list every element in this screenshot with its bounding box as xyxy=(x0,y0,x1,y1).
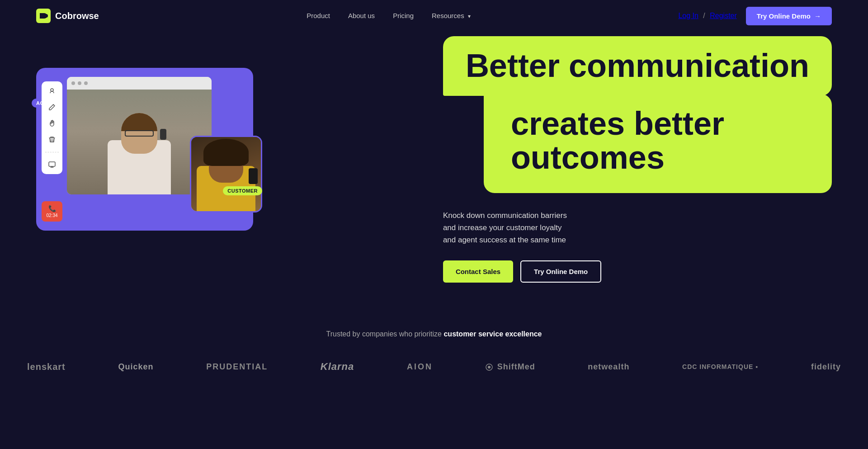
logo-fidelity: fidelity xyxy=(811,362,841,372)
try-online-demo-button[interactable]: Try Online Demo xyxy=(520,260,601,283)
logos-row: lenskart Quicken PRUDENTIAL Klarna AION … xyxy=(0,347,868,382)
customer-body xyxy=(197,139,255,211)
contact-sales-button[interactable]: Contact Sales xyxy=(443,260,513,283)
register-link[interactable]: Register xyxy=(710,12,737,19)
logo-cdc: CDC INFORMATIQUE ▪ xyxy=(682,363,758,370)
logo[interactable]: Cobrowse xyxy=(36,9,99,23)
try-demo-arrow: → xyxy=(814,12,821,20)
toolbar-trash-icon[interactable] xyxy=(47,135,57,145)
browser-dot-1 xyxy=(71,81,75,85)
auth-separator: / xyxy=(703,12,705,19)
try-demo-button[interactable]: Try Online Demo → xyxy=(746,7,832,25)
nav-right: Log In / Register Try Online Demo → xyxy=(678,7,832,25)
customer-held-phone xyxy=(249,168,258,184)
nav-resources[interactable]: Resources ▾ xyxy=(432,12,471,19)
customer-figure xyxy=(191,137,261,211)
agent-body xyxy=(108,104,171,194)
shiftmed-icon xyxy=(486,364,493,371)
agent-phone xyxy=(160,129,166,140)
headline-bubble-1: Better communication xyxy=(443,36,832,96)
customer-photo xyxy=(191,137,261,211)
hero-section: AGENT xyxy=(0,32,868,312)
agent-hair xyxy=(121,113,157,131)
agent-glasses xyxy=(125,130,154,137)
svg-rect-3 xyxy=(49,162,55,166)
logo-netwealth: netwealth xyxy=(588,362,629,372)
nav-auth-links: Log In / Register xyxy=(678,12,736,20)
toolbar-screen-icon[interactable] xyxy=(47,160,57,170)
hero-subtext: Knock down communication barriers and in… xyxy=(443,209,597,246)
resources-dropdown-arrow: ▾ xyxy=(468,13,471,19)
toolbar-cursor-icon[interactable] xyxy=(47,86,57,96)
headline-line1: Better communication xyxy=(466,47,809,84)
toolbar-pencil-icon[interactable] xyxy=(47,102,57,112)
end-call-toolbar: 📞 02:34 xyxy=(42,201,62,222)
logo-klarna: Klarna xyxy=(321,361,354,373)
browser-dot-2 xyxy=(78,81,81,85)
logo-aion: AION xyxy=(407,362,433,372)
browser-bar xyxy=(67,77,212,90)
svg-point-5 xyxy=(488,366,491,369)
login-link[interactable]: Log In xyxy=(678,12,698,19)
phone-end-icon[interactable]: 📞 xyxy=(48,205,56,212)
logo-shiftmed: ShiftMed xyxy=(486,362,535,372)
svg-point-2 xyxy=(51,89,53,91)
toolbar xyxy=(42,81,62,174)
logo-lenskart: lenskart xyxy=(27,362,66,372)
headline-bubble-2: creates better outcomes xyxy=(484,94,832,193)
customer-phone-window xyxy=(190,136,262,213)
customer-badge: CUSTOMER xyxy=(223,186,262,195)
hero-cta: Contact Sales Try Online Demo xyxy=(443,260,832,283)
headline-line3: outcomes xyxy=(511,139,665,175)
logo-icon xyxy=(36,9,51,23)
browser-dot-3 xyxy=(84,81,88,85)
call-timer: 02:34 xyxy=(46,213,57,218)
hero-left: AGENT xyxy=(36,50,416,240)
nav-pricing[interactable]: Pricing xyxy=(393,12,414,19)
toolbar-hand-icon[interactable] xyxy=(47,118,57,128)
logo-quicken: Quicken xyxy=(118,362,153,372)
logo-prudential: PRUDENTIAL xyxy=(206,362,268,372)
hero-right: Better communication creates better outc… xyxy=(416,36,832,283)
svg-point-1 xyxy=(44,14,48,18)
agent-head xyxy=(121,113,157,154)
customer-hair xyxy=(203,139,249,166)
headline-line2: creates better xyxy=(511,105,724,142)
logo-text: Cobrowse xyxy=(55,11,99,21)
nav-product[interactable]: Product xyxy=(307,12,330,19)
trusted-section: Trusted by companies who prioritize cust… xyxy=(0,312,868,347)
trusted-bold: customer service excellence xyxy=(443,330,542,338)
toolbar-divider xyxy=(45,152,59,152)
trusted-text: Trusted by companies who prioritize cust… xyxy=(36,330,832,338)
navbar: Cobrowse Product About us Pricing Resour… xyxy=(0,0,868,32)
customer-head xyxy=(209,146,243,183)
nav-links: Product About us Pricing Resources ▾ xyxy=(307,12,471,20)
cobrowse-mockup: AGENT xyxy=(36,68,271,240)
nav-about[interactable]: About us xyxy=(348,12,375,19)
